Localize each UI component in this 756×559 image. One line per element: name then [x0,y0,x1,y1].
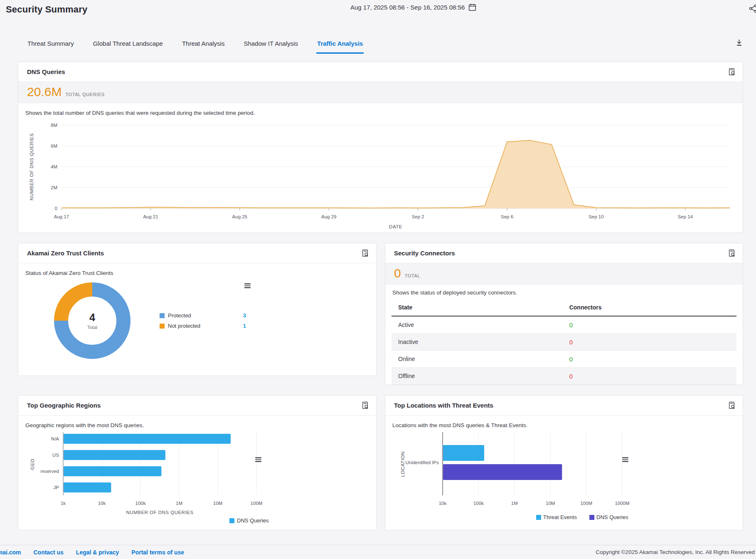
connectors-title: Security Connectors [394,250,455,257]
connectors-table-body: Active0Inactive0Online0Offline0 [392,317,736,385]
svg-text:NUMBER OF DNS QUERIES: NUMBER OF DNS QUERIES [126,510,194,515]
bar-dns-queries [443,464,562,480]
svg-text:10M: 10M [213,501,222,506]
share-button[interactable] [749,4,756,13]
svg-text:10k: 10k [439,501,447,506]
svg-text:1000M: 1000M [615,501,629,506]
svg-text:100k: 100k [135,501,146,506]
geo-regions-preview-button[interactable] [361,401,369,410]
svg-text:100k: 100k [473,501,484,506]
tab-threat-analysis[interactable]: Threat Analysis [181,40,226,54]
top-locations-preview-button[interactable] [728,401,736,410]
legend-value: 1 [243,323,246,329]
dns-queries-preview-button[interactable] [728,67,736,77]
footer-link-portal-terms-of-use[interactable]: Portal terms of use [131,549,184,556]
connector-state: Active [392,322,563,328]
legend-swatch [160,324,165,329]
connectors-total-value: 0 [394,266,401,280]
svg-text:reserved: reserved [40,469,59,474]
location-bar-chart: 10k100k1M10M100M1000MUnidentified IPsLOC… [389,432,734,530]
svg-text:100M: 100M [580,501,592,506]
legend-item-threat-events[interactable]: Threat Events [536,514,577,520]
svg-text:8M: 8M [51,123,57,128]
legend-item-dns-queries[interactable]: DNS Queries [589,514,628,520]
footer-link-legal-privacy[interactable]: Legal & privacy [76,549,119,556]
footer-links: Akamai.comContact usLegal & privacyPorta… [0,549,184,556]
zero-trust-card: Akamai Zero Trust Clients Status of Akam… [18,243,377,376]
svg-text:Aug 25: Aug 25 [232,214,247,219]
connector-count: 0 [563,339,736,346]
report-preview-icon [362,401,369,409]
column-header-state: State [392,304,563,311]
svg-text:1M: 1M [511,501,518,506]
dns-total-value: 20.6M [27,85,62,99]
app-header: Security Summary Aug 17, 2025 08:56 - Se… [0,0,756,15]
svg-text:10M: 10M [546,501,555,506]
security-connectors-card: Security Connectors 0 TOTAL Shows the st… [385,243,743,385]
connectors-table: State Connectors Active0Inactive0Online0… [392,301,736,385]
svg-text:4M: 4M [51,164,57,169]
report-preview-icon [729,249,735,257]
tab-global-threat-landscape[interactable]: Global Threat Landscape [92,40,164,54]
geo-regions-card: Top Geographic Regions Geographic region… [18,395,377,530]
geo-regions-description: Geographic regions with the most DNS que… [18,416,376,428]
tab-traffic-analysis[interactable]: Traffic Analysis [316,40,364,54]
svg-text:Sep 10: Sep 10 [589,214,603,219]
report-preview-icon [729,68,735,76]
zero-trust-donut: 4 Total [51,279,134,362]
zero-trust-legend: Protected3Not protected1 [160,312,246,329]
svg-text:Threat Events: Threat Events [543,514,577,520]
report-preview-icon [729,401,735,409]
connectors-table-header: State Connectors [392,301,736,317]
svg-text:6M: 6M [51,143,57,148]
connector-row-offline: Offline0 [392,368,736,385]
tab-threat-summary[interactable]: Threat Summary [27,40,75,54]
svg-text:LOCATION: LOCATION [400,451,405,477]
legend-item-dns-queries[interactable]: DNS Queries [229,517,269,524]
footer-link-akamai-com[interactable]: Akamai.com [0,549,21,556]
zero-trust-subtitle: Status of Akamai Zero Trust Clients [18,263,376,276]
connectors-description: Shows the status of deployed security co… [385,284,743,296]
svg-text:GEO: GEO [30,458,35,470]
top-locations-description: Locations with the most DNS queries & Th… [385,416,743,428]
report-preview-icon [362,249,369,257]
connector-count: 0 [563,322,736,329]
bar-n-a [64,434,231,444]
connector-count: 0 [563,373,736,380]
tab-shadow-it-analysis[interactable]: Shadow IT Analysis [243,40,299,54]
top-locations-card: Top Locations with Threat Events Locatio… [385,395,743,530]
svg-text:Sep 14: Sep 14 [678,214,693,219]
chart-menu-button[interactable] [244,282,251,290]
connector-count: 0 [563,356,736,363]
legend-item-not-protected[interactable]: Not protected1 [160,323,246,329]
connectors-total-label: TOTAL [405,273,420,278]
svg-text:NUMBER OF DNS QUERIES: NUMBER OF DNS QUERIES [29,133,34,200]
zero-trust-donut-svg [51,279,134,362]
connectors-preview-button[interactable] [728,248,736,258]
connector-state: Online [392,356,563,362]
zero-trust-chart-body: Status of Akamai Zero Trust Clients 4 To… [18,263,376,376]
chart-menu-button[interactable] [621,456,629,464]
zero-trust-preview-button[interactable] [361,248,369,258]
download-button[interactable] [735,39,743,47]
svg-text:US: US [52,453,59,458]
svg-text:DATE: DATE [389,224,402,229]
svg-text:Unidentified IPs: Unidentified IPs [405,460,439,465]
footer-link-contact-us[interactable]: Contact us [33,549,63,556]
legend-value: 3 [243,312,246,319]
svg-text:DNS Queries: DNS Queries [237,517,269,524]
dns-queries-card: DNS Queries 20.6M TOTAL QUERIES Shows th… [18,62,743,233]
date-range-picker[interactable]: Aug 17, 2025 08:56 - Sep 16, 2025 08:56 [350,3,476,11]
connector-state: Offline [392,373,563,379]
svg-text:N/A: N/A [51,436,59,441]
svg-text:1M: 1M [176,501,182,506]
legend-item-protected[interactable]: Protected3 [160,312,246,319]
chart-menu-button[interactable] [254,456,262,464]
svg-text:JP: JP [54,485,59,490]
legend-label: Protected [168,312,191,319]
dns-total-label: TOTAL QUERIES [65,92,104,97]
svg-text:100M: 100M [251,501,263,506]
column-header-connectors: Connectors [563,304,736,311]
connector-row-inactive: Inactive0 [392,334,736,351]
bar-reserved [64,466,161,476]
